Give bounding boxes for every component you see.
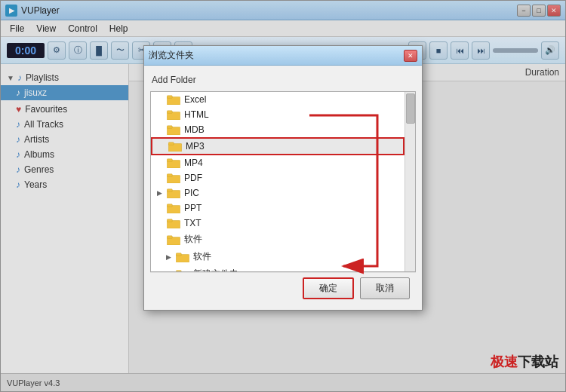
- svg-rect-13: [167, 189, 172, 192]
- svg-rect-15: [167, 204, 172, 207]
- tree-item-ruanjian1[interactable]: 软件: [151, 231, 405, 248]
- dialog-content: Add Folder Excel: [144, 66, 422, 310]
- folder-name-mdb: MDB: [184, 124, 205, 135]
- tree-item-txt[interactable]: TXT: [151, 216, 405, 231]
- svg-rect-17: [167, 219, 172, 222]
- folder-icon-excel: [167, 94, 180, 105]
- tree-item-mdb[interactable]: MDB: [151, 122, 405, 137]
- folder-icon-ruanjian2: [176, 252, 189, 262]
- tree-item-pic[interactable]: ▶ PIC: [151, 185, 405, 201]
- file-tree[interactable]: Excel HTML: [150, 91, 416, 272]
- folder-icon-html: [167, 109, 180, 120]
- tree-item-ppt[interactable]: PPT: [151, 201, 405, 216]
- expand-arrow-pic: ▶: [157, 189, 165, 197]
- cancel-button[interactable]: 取消: [360, 277, 410, 299]
- dialog-overlay: 浏览文件夹 ✕ Add Folder: [0, 0, 566, 392]
- folder-name-mp4: MP4: [184, 158, 203, 168]
- folder-name-pdf: PDF: [184, 173, 202, 183]
- svg-rect-19: [167, 235, 172, 238]
- watermark-highlight: 极速: [491, 354, 518, 369]
- folder-name-ruanjian2: 软件: [193, 250, 211, 263]
- scrollbar-thumb[interactable]: [406, 93, 415, 124]
- folder-icon-mp4: [167, 158, 180, 168]
- svg-rect-11: [167, 174, 172, 177]
- folder-icon-mdb: [167, 124, 180, 135]
- svg-rect-9: [167, 159, 172, 162]
- dialog-title-text: 浏览文件夹: [149, 49, 404, 62]
- folder-icon-ruanjian1: [167, 234, 180, 245]
- folder-name-mp3: MP3: [186, 141, 205, 152]
- tree-item-mp4[interactable]: MP4: [151, 155, 405, 170]
- folder-icon-txt: [167, 218, 180, 228]
- browse-folder-dialog: 浏览文件夹 ✕ Add Folder: [143, 45, 423, 311]
- svg-rect-3: [167, 111, 172, 114]
- folder-icon-ppt: [167, 203, 180, 213]
- main-window: ▶ VUPlayer − □ ✕ File View Control Help …: [0, 0, 566, 392]
- tree-item-html[interactable]: HTML: [151, 107, 405, 122]
- expand-arrow-rj2: ▶: [166, 253, 174, 261]
- folder-name-ruanjian1: 软件: [184, 233, 202, 246]
- folder-icon-pdf: [167, 173, 180, 183]
- dialog-close-button[interactable]: ✕: [404, 50, 417, 62]
- tree-item-new-folder[interactable]: 新建文件夹: [151, 265, 405, 272]
- svg-rect-1: [167, 96, 172, 99]
- folder-name-ppt: PPT: [184, 203, 201, 213]
- add-folder-label: Add Folder: [150, 72, 416, 91]
- folder-icon-mp3: [168, 141, 182, 152]
- tree-item-excel[interactable]: Excel: [151, 92, 405, 107]
- folder-name-txt: TXT: [184, 218, 201, 228]
- watermark-text: 下载站: [518, 354, 558, 369]
- scrollbar[interactable]: [405, 92, 415, 271]
- folder-name-pic: PIC: [184, 188, 199, 198]
- folder-icon-pic: [167, 188, 180, 198]
- dialog-title-bar: 浏览文件夹 ✕: [144, 46, 422, 66]
- dialog-buttons: 确定 取消: [150, 272, 416, 304]
- tree-item-mp3[interactable]: MP3: [151, 137, 405, 155]
- tree-item-pdf[interactable]: PDF: [151, 170, 405, 185]
- svg-rect-21: [176, 253, 181, 256]
- tree-item-ruanjian2[interactable]: ▶ 软件: [151, 248, 405, 265]
- svg-rect-7: [168, 142, 174, 145]
- svg-rect-5: [167, 126, 172, 129]
- confirm-button[interactable]: 确定: [303, 277, 354, 299]
- folder-name-html: HTML: [184, 109, 209, 120]
- folder-name-excel: Excel: [184, 94, 206, 105]
